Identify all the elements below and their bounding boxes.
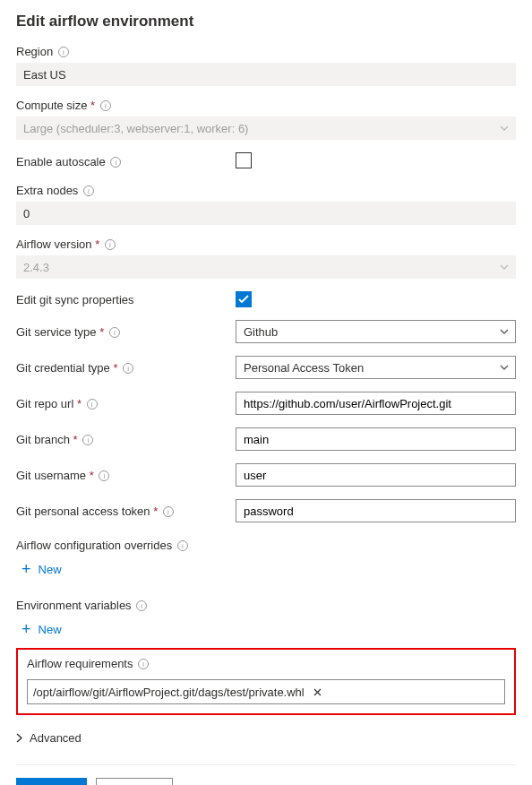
airflow-requirements-section: Airflow requirements i /opt/airflow/git/… [16, 648, 516, 715]
autoscale-checkbox[interactable] [236, 152, 252, 168]
plus-icon: + [21, 621, 31, 637]
info-icon[interactable]: i [123, 363, 133, 374]
chevron-right-icon [16, 733, 22, 743]
info-icon[interactable]: i [87, 399, 98, 410]
info-icon[interactable]: i [105, 239, 116, 250]
cancel-button[interactable]: Cancel [96, 778, 173, 785]
requirement-tag: /opt/airflow/git/AirflowProject.git/dags… [33, 686, 305, 699]
compute-size-label: Compute size * i [16, 99, 516, 112]
edit-git-sync-checkbox[interactable] [236, 291, 252, 307]
git-repo-url-label: Git repo url * i [16, 397, 236, 410]
info-icon[interactable]: i [110, 157, 121, 168]
info-icon[interactable]: i [82, 435, 93, 445]
info-icon[interactable]: i [100, 100, 111, 111]
info-icon[interactable]: i [99, 470, 109, 481]
plus-icon: + [21, 561, 31, 577]
info-icon[interactable]: i [58, 47, 69, 57]
git-service-type-select[interactable]: Github [236, 320, 516, 343]
airflow-version-select [16, 255, 516, 279]
airflow-version-label: Airflow version * i [16, 237, 516, 251]
info-icon[interactable]: i [177, 540, 188, 551]
info-icon[interactable]: i [163, 506, 174, 517]
git-credential-type-label: Git credential type * i [16, 361, 236, 375]
git-branch-label: Git branch * i [16, 433, 236, 446]
region-label: Region i [16, 45, 516, 58]
page-title: Edit airflow environment [16, 13, 516, 30]
add-config-override-button[interactable]: + New [16, 561, 62, 577]
checkmark-icon [238, 295, 249, 304]
region-input[interactable] [16, 63, 516, 86]
compute-size-select [16, 116, 516, 140]
requirements-input[interactable]: /opt/airflow/git/AirflowProject.git/dags… [27, 679, 505, 704]
git-username-label: Git username * i [16, 469, 236, 482]
git-credential-type-select[interactable]: Personal Access Token [236, 356, 516, 379]
info-icon[interactable]: i [138, 659, 149, 669]
apply-button[interactable]: Apply [16, 778, 87, 785]
git-branch-input[interactable] [236, 427, 516, 451]
git-username-input[interactable] [236, 463, 516, 487]
config-overrides-label: Airflow configuration overrides i [16, 539, 516, 552]
requirements-label: Airflow requirements i [27, 657, 505, 670]
git-pat-label: Git personal access token * i [16, 505, 236, 518]
advanced-expander[interactable]: Advanced [16, 731, 82, 745]
env-vars-label: Environment variables i [16, 599, 516, 612]
git-pat-input[interactable] [236, 499, 516, 522]
remove-tag-button[interactable] [310, 688, 325, 696]
info-icon[interactable]: i [83, 185, 94, 196]
git-repo-url-input[interactable] [236, 392, 516, 415]
add-env-var-button[interactable]: + New [16, 621, 62, 637]
info-icon[interactable]: i [109, 327, 120, 338]
extra-nodes-input[interactable] [16, 202, 516, 225]
edit-git-sync-label: Edit git sync properties [16, 293, 236, 306]
git-service-type-label: Git service type * i [16, 325, 236, 339]
info-icon[interactable]: i [136, 600, 147, 611]
close-icon [313, 688, 322, 696]
extra-nodes-label: Extra nodes i [16, 184, 516, 197]
autoscale-label: Enable autoscale i [16, 155, 236, 168]
